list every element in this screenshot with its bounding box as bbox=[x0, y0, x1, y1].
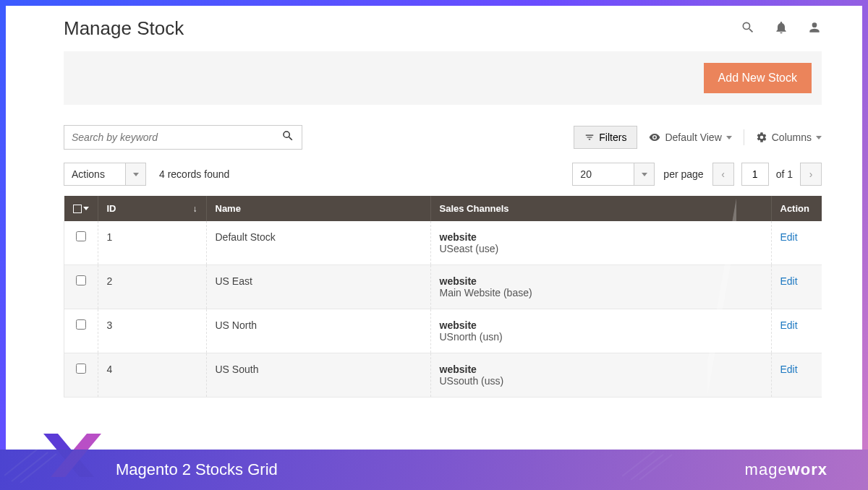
col-header-id[interactable]: ID↓ bbox=[98, 196, 206, 221]
col-header-name[interactable]: Name bbox=[206, 196, 430, 221]
pager: ‹ of 1 › bbox=[712, 163, 822, 186]
search-input[interactable] bbox=[72, 132, 281, 143]
default-view-dropdown[interactable]: Default View bbox=[649, 132, 731, 143]
channel-type: website bbox=[440, 275, 762, 287]
table-row: 2 US East website Main Website (base) Ed… bbox=[64, 265, 822, 309]
search-submit-icon[interactable] bbox=[281, 129, 294, 145]
channel-detail: Main Website (base) bbox=[440, 287, 762, 298]
row-checkbox[interactable] bbox=[76, 364, 86, 374]
caret-down-icon bbox=[83, 207, 89, 210]
page-header: Manage Stock bbox=[64, 13, 822, 48]
caret-down-icon bbox=[816, 136, 822, 139]
cell-name: US North bbox=[206, 309, 430, 353]
page-size-select[interactable]: 20 bbox=[572, 163, 655, 186]
divider bbox=[744, 129, 744, 145]
search-icon[interactable] bbox=[741, 20, 755, 38]
cell-sales-channels: website Main Website (base) bbox=[430, 265, 771, 309]
actions-dropdown-toggle[interactable] bbox=[125, 163, 145, 185]
cell-id: 4 bbox=[98, 353, 206, 397]
gear-icon bbox=[756, 132, 767, 143]
prev-page-button[interactable]: ‹ bbox=[712, 163, 734, 186]
channel-detail: USeast (use) bbox=[440, 243, 762, 254]
search-box[interactable] bbox=[64, 125, 302, 150]
caption-bar: Magento 2 Stocks Grid mageworx bbox=[0, 450, 868, 490]
row-checkbox[interactable] bbox=[76, 231, 86, 241]
sort-arrow-icon: ↓ bbox=[193, 204, 197, 214]
edit-link[interactable]: Edit bbox=[780, 364, 798, 375]
table-row: 1 Default Stock website USeast (use) Edi… bbox=[64, 221, 822, 265]
toolbar-row-1: Filters Default View Columns bbox=[64, 125, 822, 150]
channel-detail: USsouth (uss) bbox=[440, 375, 762, 387]
actions-label: Actions bbox=[64, 163, 125, 185]
caret-down-icon bbox=[726, 136, 732, 139]
app-frame: Manage Stock Add New Stock Filters bbox=[6, 6, 862, 450]
brand-logo: mageworx bbox=[745, 460, 827, 479]
col-id-label: ID bbox=[107, 203, 116, 214]
default-view-label: Default View bbox=[665, 132, 721, 143]
toolbar-row-2: Actions 4 records found 20 per page ‹ of… bbox=[64, 163, 822, 186]
caret-down-icon bbox=[133, 173, 139, 176]
columns-label: Columns bbox=[772, 132, 812, 143]
eye-icon bbox=[649, 132, 660, 143]
stocks-grid: ID↓ Name Sales Channels Action 1 Default… bbox=[64, 196, 822, 397]
cell-sales-channels: website USeast (use) bbox=[430, 221, 771, 265]
page-title: Manage Stock bbox=[64, 17, 184, 40]
current-page-input[interactable] bbox=[741, 163, 769, 186]
caption-title: Magento 2 Stocks Grid bbox=[116, 460, 278, 479]
channel-detail: USnorth (usn) bbox=[440, 331, 762, 343]
filters-button[interactable]: Filters bbox=[574, 126, 637, 149]
view-controls: Filters Default View Columns bbox=[574, 126, 822, 149]
cell-sales-channels: website USsouth (uss) bbox=[430, 353, 771, 397]
records-found: 4 records found bbox=[159, 168, 229, 180]
table-row: 4 US South website USsouth (uss) Edit bbox=[64, 353, 822, 397]
action-bar: Add New Stock bbox=[64, 51, 822, 105]
edit-link[interactable]: Edit bbox=[780, 275, 798, 287]
account-icon[interactable] bbox=[807, 20, 822, 38]
page-of-label: of 1 bbox=[776, 168, 793, 180]
col-header-action: Action bbox=[771, 196, 822, 221]
cell-id: 2 bbox=[98, 265, 206, 309]
next-page-button[interactable]: › bbox=[800, 163, 822, 186]
funnel-icon bbox=[584, 132, 595, 142]
select-all-checkbox[interactable] bbox=[73, 205, 82, 213]
page-size-toggle[interactable] bbox=[634, 163, 654, 185]
per-page-label: per page bbox=[663, 168, 703, 180]
actions-dropdown[interactable]: Actions bbox=[64, 163, 146, 186]
col-header-checkbox[interactable] bbox=[64, 196, 98, 221]
channel-type: website bbox=[440, 319, 762, 331]
cell-name: US South bbox=[206, 353, 430, 397]
channel-type: website bbox=[440, 364, 762, 375]
row-checkbox[interactable] bbox=[76, 319, 86, 330]
col-header-sales-channels[interactable]: Sales Channels bbox=[430, 196, 771, 221]
add-new-stock-button[interactable]: Add New Stock bbox=[704, 63, 812, 93]
edit-link[interactable]: Edit bbox=[780, 231, 798, 243]
notifications-icon[interactable] bbox=[774, 20, 788, 38]
header-icons bbox=[741, 20, 822, 38]
cell-id: 3 bbox=[98, 309, 206, 353]
row-checkbox[interactable] bbox=[76, 275, 86, 285]
page-size-value: 20 bbox=[573, 163, 634, 185]
edit-link[interactable]: Edit bbox=[780, 319, 798, 331]
cell-name: Default Stock bbox=[206, 221, 430, 265]
columns-dropdown[interactable]: Columns bbox=[756, 132, 822, 143]
caret-down-icon bbox=[642, 173, 647, 176]
cell-sales-channels: website USnorth (usn) bbox=[430, 309, 771, 353]
cell-name: US East bbox=[206, 265, 430, 309]
channel-type: website bbox=[440, 231, 762, 243]
table-row: 3 US North website USnorth (usn) Edit bbox=[64, 309, 822, 353]
cell-id: 1 bbox=[98, 221, 206, 265]
filters-label: Filters bbox=[599, 132, 626, 143]
